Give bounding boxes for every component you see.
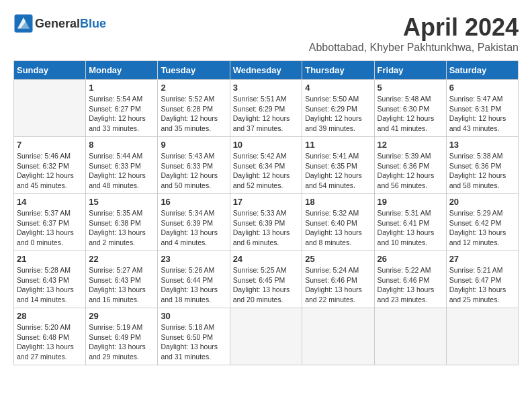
day-number: 11 [305,140,371,150]
day-number: 8 [89,140,154,150]
day-number: 21 [17,254,83,264]
day-info: Sunrise: 5:50 AMSunset: 6:29 PMDaylight:… [305,94,371,134]
day-number: 6 [449,83,515,93]
logo-general: General [35,17,80,30]
sunrise-text: Sunrise: 5:37 AM [17,208,83,218]
day-number: 10 [233,140,300,150]
week-row-5: 28Sunrise: 5:20 AMSunset: 6:48 PMDayligh… [14,308,519,365]
daylight-text: Daylight: 13 hours and 10 minutes. [378,228,443,247]
day-number: 22 [89,254,154,264]
sunrise-text: Sunrise: 5:41 AM [305,151,371,161]
day-info: Sunrise: 5:52 AMSunset: 6:28 PMDaylight:… [161,94,226,134]
empty-cell [14,80,86,137]
calendar-table: SundayMondayTuesdayWednesdayThursdayFrid… [13,60,519,365]
day-info: Sunrise: 5:27 AMSunset: 6:43 PMDaylight:… [89,265,154,305]
day-number: 14 [17,197,83,207]
day-cell-3: 3Sunrise: 5:51 AMSunset: 6:29 PMDaylight… [230,80,302,137]
logo: GeneralBlue [13,13,106,34]
empty-cell [302,308,374,365]
day-cell-1: 1Sunrise: 5:54 AMSunset: 6:27 PMDaylight… [86,80,158,137]
daylight-text: Daylight: 12 hours and 37 minutes. [233,113,300,133]
sunrise-text: Sunrise: 5:20 AM [17,322,83,332]
title-section: April 2024 Abbottabad, Khyber Pakhtunkhw… [309,13,519,54]
sunset-text: Sunset: 6:29 PM [305,104,371,114]
sunset-text: Sunset: 6:33 PM [89,161,154,171]
day-info: Sunrise: 5:48 AMSunset: 6:30 PMDaylight:… [378,94,443,134]
day-number: 12 [378,140,443,150]
day-number: 28 [17,311,83,321]
day-cell-18: 18Sunrise: 5:32 AMSunset: 6:40 PMDayligh… [302,194,374,251]
day-number: 25 [305,254,371,264]
daylight-text: Daylight: 13 hours and 20 minutes. [233,285,300,304]
day-info: Sunrise: 5:24 AMSunset: 6:46 PMDaylight:… [305,265,371,305]
day-cell-5: 5Sunrise: 5:48 AMSunset: 6:30 PMDaylight… [374,80,446,137]
day-info: Sunrise: 5:32 AMSunset: 6:40 PMDaylight:… [305,208,371,248]
sunset-text: Sunset: 6:47 PM [449,275,515,285]
daylight-text: Daylight: 12 hours and 52 minutes. [233,171,300,190]
week-row-3: 14Sunrise: 5:37 AMSunset: 6:37 PMDayligh… [14,194,519,251]
sunrise-text: Sunrise: 5:32 AM [305,208,371,218]
sunrise-text: Sunrise: 5:18 AM [161,322,226,332]
week-row-4: 21Sunrise: 5:28 AMSunset: 6:43 PMDayligh… [14,251,519,308]
day-info: Sunrise: 5:37 AMSunset: 6:37 PMDaylight:… [17,208,83,248]
sunrise-text: Sunrise: 5:22 AM [378,265,443,275]
daylight-text: Daylight: 12 hours and 58 minutes. [449,171,515,190]
day-number: 9 [161,140,226,150]
day-cell-30: 30Sunrise: 5:18 AMSunset: 6:50 PMDayligh… [158,308,230,365]
logo-blue: Blue [80,17,106,30]
day-number: 23 [161,254,226,264]
day-info: Sunrise: 5:25 AMSunset: 6:45 PMDaylight:… [233,265,300,305]
sunset-text: Sunset: 6:41 PM [378,218,443,228]
day-info: Sunrise: 5:47 AMSunset: 6:31 PMDaylight:… [449,94,515,134]
day-cell-15: 15Sunrise: 5:35 AMSunset: 6:38 PMDayligh… [86,194,158,251]
day-info: Sunrise: 5:42 AMSunset: 6:34 PMDaylight:… [233,151,300,191]
sunrise-text: Sunrise: 5:43 AM [161,151,226,161]
day-cell-11: 11Sunrise: 5:41 AMSunset: 6:35 PMDayligh… [302,137,374,194]
empty-cell [230,308,302,365]
logo-text: GeneralBlue [35,17,106,31]
day-info: Sunrise: 5:33 AMSunset: 6:39 PMDaylight:… [233,208,300,248]
sunrise-text: Sunrise: 5:31 AM [378,208,443,218]
day-info: Sunrise: 5:18 AMSunset: 6:50 PMDaylight:… [161,322,226,362]
week-row-1: 1Sunrise: 5:54 AMSunset: 6:27 PMDaylight… [14,80,519,137]
day-cell-27: 27Sunrise: 5:21 AMSunset: 6:47 PMDayligh… [446,251,518,308]
day-info: Sunrise: 5:44 AMSunset: 6:33 PMDaylight:… [89,151,154,191]
day-info: Sunrise: 5:34 AMSunset: 6:39 PMDaylight:… [161,208,226,248]
sunset-text: Sunset: 6:48 PM [17,332,83,342]
daylight-text: Daylight: 13 hours and 14 minutes. [17,285,83,304]
daylight-text: Daylight: 13 hours and 18 minutes. [161,285,226,304]
day-cell-16: 16Sunrise: 5:34 AMSunset: 6:39 PMDayligh… [158,194,230,251]
day-info: Sunrise: 5:41 AMSunset: 6:35 PMDaylight:… [305,151,371,191]
weekday-header-saturday: Saturday [446,61,518,80]
daylight-text: Daylight: 13 hours and 29 minutes. [89,342,154,361]
day-number: 7 [17,140,83,150]
day-cell-8: 8Sunrise: 5:44 AMSunset: 6:33 PMDaylight… [86,137,158,194]
daylight-text: Daylight: 13 hours and 0 minutes. [17,228,83,247]
sunset-text: Sunset: 6:36 PM [449,161,515,171]
sunrise-text: Sunrise: 5:50 AM [305,94,371,104]
day-number: 30 [161,311,226,321]
day-cell-25: 25Sunrise: 5:24 AMSunset: 6:46 PMDayligh… [302,251,374,308]
day-cell-19: 19Sunrise: 5:31 AMSunset: 6:41 PMDayligh… [374,194,446,251]
sunrise-text: Sunrise: 5:25 AM [233,265,300,275]
day-cell-28: 28Sunrise: 5:20 AMSunset: 6:48 PMDayligh… [14,308,86,365]
weekday-header-row: SundayMondayTuesdayWednesdayThursdayFrid… [14,61,519,80]
day-cell-7: 7Sunrise: 5:46 AMSunset: 6:32 PMDaylight… [14,137,86,194]
daylight-text: Daylight: 12 hours and 41 minutes. [378,113,443,133]
sunrise-text: Sunrise: 5:42 AM [233,151,300,161]
month-title: April 2024 [309,13,519,42]
sunset-text: Sunset: 6:27 PM [89,104,154,114]
sunrise-text: Sunrise: 5:47 AM [449,94,515,104]
sunrise-text: Sunrise: 5:21 AM [449,265,515,275]
day-cell-12: 12Sunrise: 5:39 AMSunset: 6:36 PMDayligh… [374,137,446,194]
day-number: 20 [449,197,515,207]
weekday-header-sunday: Sunday [14,61,86,80]
sunrise-text: Sunrise: 5:24 AM [305,265,371,275]
sunset-text: Sunset: 6:38 PM [89,218,154,228]
day-number: 13 [449,140,515,150]
daylight-text: Daylight: 12 hours and 39 minutes. [305,113,371,133]
sunset-text: Sunset: 6:34 PM [233,161,300,171]
sunrise-text: Sunrise: 5:28 AM [17,265,83,275]
sunset-text: Sunset: 6:33 PM [161,161,226,171]
sunset-text: Sunset: 6:43 PM [17,275,83,285]
